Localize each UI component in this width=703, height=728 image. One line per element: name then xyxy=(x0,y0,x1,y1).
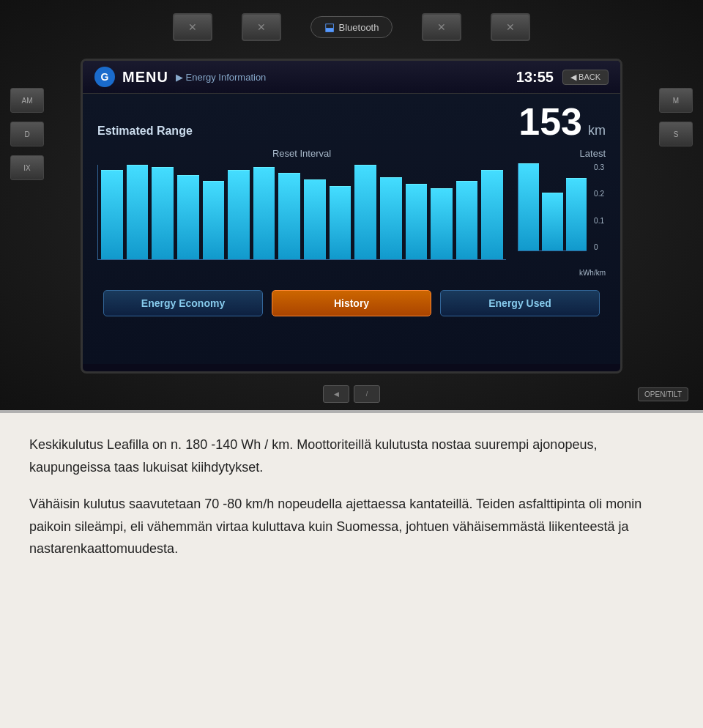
range-row: Estimated Range 153 km xyxy=(97,103,606,141)
history-button[interactable]: History xyxy=(272,290,431,316)
chart-bar xyxy=(380,177,402,259)
chart-bar xyxy=(456,181,478,260)
chart-bar xyxy=(177,175,199,259)
energy-economy-button[interactable]: Energy Economy xyxy=(103,290,263,316)
strip-btn-1[interactable]: ◀ xyxy=(323,385,349,403)
top-left-button-1[interactable] xyxy=(173,13,212,41)
scale-bar xyxy=(518,163,539,250)
chart-bar xyxy=(330,186,352,259)
bars-container xyxy=(97,165,506,260)
right-btn-m[interactable]: M xyxy=(659,88,693,113)
bluetooth-icon: ⬓ xyxy=(324,21,335,34)
strip-btn-2[interactable]: / xyxy=(354,385,380,403)
chart-right: Latest 0.30.20.10 kWh/km xyxy=(518,148,606,280)
top-left-button-2[interactable] xyxy=(242,13,281,41)
top-buttons-row: ⬓ Bluetooth xyxy=(0,13,703,41)
text-paragraph-2: Vähäisin kulutus saavutetaan 70 -80 km/h… xyxy=(29,493,674,560)
chart-container: Reset Interval Latest 0.30.20.10 kWh/km xyxy=(97,148,606,280)
chart-left: Reset Interval xyxy=(97,148,506,280)
back-button[interactable]: ◀ BACK xyxy=(562,70,609,85)
screen-header: G MENU ▶ Energy Information 13:55 ◀ BACK xyxy=(83,61,620,94)
left-btn-d[interactable]: D xyxy=(10,122,44,146)
menu-label: MENU xyxy=(122,69,168,86)
scale-bar xyxy=(542,193,562,250)
screen-time: 13:55 xyxy=(516,69,554,86)
chart-bar xyxy=(354,165,376,259)
y-axis: 0.30.20.10 xyxy=(592,163,606,251)
kwh-label: kWh/km xyxy=(518,269,606,277)
range-unit: km xyxy=(588,123,606,138)
car-screen: G MENU ▶ Energy Information 13:55 ◀ BACK… xyxy=(81,59,622,374)
latest-label: Latest xyxy=(518,148,606,159)
reset-interval-label: Reset Interval xyxy=(97,148,506,159)
estimated-range-label: Estimated Range xyxy=(97,125,193,138)
energy-used-button[interactable]: Energy Used xyxy=(440,290,600,316)
chart-bar xyxy=(304,179,326,259)
scale-container: 0.30.20.10 xyxy=(518,163,606,266)
range-number: 153 xyxy=(518,103,582,141)
chart-bar xyxy=(481,170,503,259)
scale-bar xyxy=(566,178,587,250)
open-tilt-button[interactable]: OPEN/TILT xyxy=(638,387,688,401)
y-axis-label: 0 xyxy=(594,243,604,251)
left-btn-am[interactable]: AM xyxy=(10,88,44,113)
chart-bar xyxy=(253,167,275,259)
screen-logo: G xyxy=(94,67,115,87)
dashboard-area: ⬓ Bluetooth AM D IX M S G xyxy=(0,0,703,410)
top-right-button-1[interactable] xyxy=(422,13,461,41)
y-axis-label: 0.3 xyxy=(594,163,604,171)
bottom-strip: ◀ / xyxy=(0,385,703,403)
text-content: Keskikulutus Leafilla on n. 180 -140 Wh … xyxy=(0,413,703,728)
bluetooth-badge: ⬓ Bluetooth xyxy=(310,16,393,38)
right-side-buttons: M S xyxy=(659,88,693,146)
scale-bars xyxy=(518,163,587,251)
range-value: 153 km xyxy=(518,103,606,141)
chart-bar xyxy=(203,181,225,260)
left-side-buttons: AM D IX xyxy=(10,88,44,180)
chart-bar xyxy=(431,188,453,259)
chart-bar xyxy=(228,170,250,259)
text-paragraph-1: Keskikulutus Leafilla on n. 180 -140 Wh … xyxy=(29,434,674,478)
bluetooth-label: Bluetooth xyxy=(339,22,379,33)
chart-bar xyxy=(127,165,149,259)
chart-bar xyxy=(152,167,174,259)
screen-bottom-buttons: Energy Economy History Energy Used xyxy=(97,290,606,316)
y-axis-label: 0.1 xyxy=(594,217,604,225)
y-axis-label: 0.2 xyxy=(594,190,604,198)
top-right-button-2[interactable] xyxy=(491,13,530,41)
left-btn-ix[interactable]: IX xyxy=(10,155,44,180)
chart-bar xyxy=(101,170,123,259)
screen-logo-menu: G MENU ▶ Energy Information xyxy=(94,67,266,87)
chart-bar xyxy=(406,184,428,259)
screen-breadcrumb: ▶ Energy Information xyxy=(176,72,266,83)
chart-bar xyxy=(278,173,300,259)
right-btn-s[interactable]: S xyxy=(659,122,693,146)
screen-body: Estimated Range 153 km Reset Interval La… xyxy=(83,94,620,364)
